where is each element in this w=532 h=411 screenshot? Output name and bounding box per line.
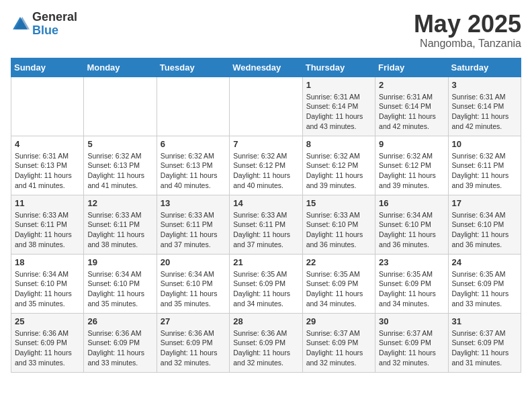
day-info: Sunrise: 6:35 AMSunset: 6:09 PMDaylight:… [379,269,444,309]
calendar-cell: 2Sunrise: 6:31 AMSunset: 6:14 PMDaylight… [375,77,448,136]
day-number: 1 [306,80,371,90]
day-info: Sunrise: 6:34 AMSunset: 6:10 PMDaylight:… [15,269,80,309]
day-info: Sunrise: 6:36 AMSunset: 6:09 PMDaylight:… [15,328,80,368]
day-number: 3 [452,80,517,90]
day-info: Sunrise: 6:35 AMSunset: 6:09 PMDaylight:… [233,269,298,309]
day-info: Sunrise: 6:36 AMSunset: 6:09 PMDaylight:… [161,328,226,368]
day-info: Sunrise: 6:32 AMSunset: 6:11 PMDaylight:… [452,151,517,191]
title-block: May 2025 Nangomba, Tanzania [414,11,521,50]
day-number: 10 [452,139,517,149]
day-number: 23 [379,257,444,267]
day-info: Sunrise: 6:32 AMSunset: 6:12 PMDaylight:… [306,151,371,191]
day-number: 19 [87,257,152,267]
day-info: Sunrise: 6:31 AMSunset: 6:14 PMDaylight:… [306,92,371,132]
calendar-cell: 1Sunrise: 6:31 AMSunset: 6:14 PMDaylight… [302,77,375,136]
header-tuesday: Tuesday [157,58,229,77]
calendar-cell: 28Sunrise: 6:36 AMSunset: 6:09 PMDayligh… [230,313,302,372]
calendar-cell: 12Sunrise: 6:33 AMSunset: 6:11 PMDayligh… [84,195,157,254]
calendar-cell: 25Sunrise: 6:36 AMSunset: 6:09 PMDayligh… [11,313,84,372]
calendar-cell: 3Sunrise: 6:31 AMSunset: 6:14 PMDaylight… [448,77,521,136]
day-info: Sunrise: 6:33 AMSunset: 6:10 PMDaylight:… [306,210,371,250]
day-number: 9 [379,139,444,149]
calendar-cell: 20Sunrise: 6:34 AMSunset: 6:10 PMDayligh… [157,254,229,313]
calendar-cell: 18Sunrise: 6:34 AMSunset: 6:10 PMDayligh… [11,254,84,313]
day-info: Sunrise: 6:33 AMSunset: 6:11 PMDaylight:… [15,210,80,250]
day-number: 4 [15,139,80,149]
day-number: 30 [379,316,444,326]
day-number: 15 [306,198,371,208]
calendar-cell: 19Sunrise: 6:34 AMSunset: 6:10 PMDayligh… [84,254,157,313]
week-row-3: 11Sunrise: 6:33 AMSunset: 6:11 PMDayligh… [11,195,521,254]
week-row-2: 4Sunrise: 6:31 AMSunset: 6:13 PMDaylight… [11,136,521,195]
header-monday: Monday [84,58,157,77]
calendar-cell: 16Sunrise: 6:34 AMSunset: 6:10 PMDayligh… [375,195,448,254]
day-info: Sunrise: 6:37 AMSunset: 6:09 PMDaylight:… [379,328,444,368]
calendar-cell: 7Sunrise: 6:32 AMSunset: 6:12 PMDaylight… [230,136,302,195]
location: Nangomba, Tanzania [414,38,521,50]
logo-blue: Blue [32,24,77,38]
day-info: Sunrise: 6:34 AMSunset: 6:10 PMDaylight:… [161,269,226,309]
day-number: 2 [379,80,444,90]
calendar-header-row: SundayMondayTuesdayWednesdayThursdayFrid… [11,58,521,77]
day-number: 21 [233,257,298,267]
calendar-cell: 27Sunrise: 6:36 AMSunset: 6:09 PMDayligh… [157,313,229,372]
calendar-cell: 11Sunrise: 6:33 AMSunset: 6:11 PMDayligh… [11,195,84,254]
header-wednesday: Wednesday [230,58,302,77]
day-info: Sunrise: 6:32 AMSunset: 6:13 PMDaylight:… [87,151,152,191]
day-number: 24 [452,257,517,267]
day-number: 5 [87,139,152,149]
day-number: 8 [306,139,371,149]
day-info: Sunrise: 6:31 AMSunset: 6:13 PMDaylight:… [15,151,80,191]
day-info: Sunrise: 6:34 AMSunset: 6:10 PMDaylight:… [87,269,152,309]
week-row-1: 1Sunrise: 6:31 AMSunset: 6:14 PMDaylight… [11,77,521,136]
day-number: 27 [161,316,226,326]
calendar-cell: 30Sunrise: 6:37 AMSunset: 6:09 PMDayligh… [375,313,448,372]
calendar-cell [84,77,157,136]
calendar-cell: 6Sunrise: 6:32 AMSunset: 6:13 PMDaylight… [157,136,229,195]
day-number: 16 [379,198,444,208]
calendar-cell: 8Sunrise: 6:32 AMSunset: 6:12 PMDaylight… [302,136,375,195]
day-info: Sunrise: 6:32 AMSunset: 6:13 PMDaylight:… [161,151,226,191]
calendar-cell: 17Sunrise: 6:34 AMSunset: 6:10 PMDayligh… [448,195,521,254]
calendar-cell: 24Sunrise: 6:35 AMSunset: 6:09 PMDayligh… [448,254,521,313]
day-info: Sunrise: 6:34 AMSunset: 6:10 PMDaylight:… [452,210,517,250]
week-row-5: 25Sunrise: 6:36 AMSunset: 6:09 PMDayligh… [11,313,521,372]
day-number: 25 [15,316,80,326]
logo-icon [11,15,30,34]
day-info: Sunrise: 6:36 AMSunset: 6:09 PMDaylight:… [233,328,298,368]
page-header: General Blue May 2025 Nangomba, Tanzania [11,11,521,50]
calendar-cell: 22Sunrise: 6:35 AMSunset: 6:09 PMDayligh… [302,254,375,313]
day-number: 18 [15,257,80,267]
day-info: Sunrise: 6:33 AMSunset: 6:11 PMDaylight:… [87,210,152,250]
day-info: Sunrise: 6:34 AMSunset: 6:10 PMDaylight:… [379,210,444,250]
logo: General Blue [11,11,77,38]
logo-text: General Blue [32,11,77,38]
day-info: Sunrise: 6:35 AMSunset: 6:09 PMDaylight:… [452,269,517,309]
calendar-cell [230,77,302,136]
day-info: Sunrise: 6:36 AMSunset: 6:09 PMDaylight:… [87,328,152,368]
logo-general: General [32,11,77,24]
calendar-cell: 14Sunrise: 6:33 AMSunset: 6:11 PMDayligh… [230,195,302,254]
header-thursday: Thursday [302,58,375,77]
day-number: 7 [233,139,298,149]
day-info: Sunrise: 6:35 AMSunset: 6:09 PMDaylight:… [306,269,371,309]
header-sunday: Sunday [11,58,84,77]
day-number: 26 [87,316,152,326]
calendar-cell: 10Sunrise: 6:32 AMSunset: 6:11 PMDayligh… [448,136,521,195]
day-info: Sunrise: 6:33 AMSunset: 6:11 PMDaylight:… [161,210,226,250]
day-number: 13 [161,198,226,208]
calendar-cell [11,77,84,136]
day-info: Sunrise: 6:33 AMSunset: 6:11 PMDaylight:… [233,210,298,250]
day-info: Sunrise: 6:32 AMSunset: 6:12 PMDaylight:… [233,151,298,191]
day-number: 11 [15,198,80,208]
day-number: 29 [306,316,371,326]
month-title: May 2025 [414,11,521,38]
calendar-cell: 4Sunrise: 6:31 AMSunset: 6:13 PMDaylight… [11,136,84,195]
day-info: Sunrise: 6:37 AMSunset: 6:09 PMDaylight:… [452,328,517,368]
calendar-cell: 21Sunrise: 6:35 AMSunset: 6:09 PMDayligh… [230,254,302,313]
day-number: 22 [306,257,371,267]
day-info: Sunrise: 6:37 AMSunset: 6:09 PMDaylight:… [306,328,371,368]
header-friday: Friday [375,58,448,77]
calendar-cell [157,77,229,136]
day-number: 17 [452,198,517,208]
